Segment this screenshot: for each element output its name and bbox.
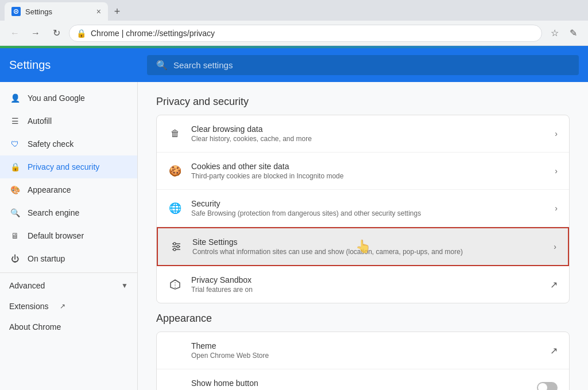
privacy-settings-card: 🗑 Clear browsing data Clear history, coo… <box>156 115 570 303</box>
sidebar-label-search-engine: Search engine <box>28 208 79 217</box>
privacy-icon: 🔒 <box>9 161 21 173</box>
sidebar-divider <box>0 272 137 273</box>
search-input[interactable] <box>173 60 570 70</box>
site-settings-item[interactable]: Site Settings Controls what information … <box>157 227 569 266</box>
main-panel: Privacy and security 🗑 Clear browsing da… <box>138 82 588 390</box>
site-settings-arrow: › <box>554 242 556 251</box>
security-arrow: › <box>555 204 558 213</box>
sidebar-label-appearance: Appearance <box>28 185 71 194</box>
privacy-sandbox-text: Privacy Sandbox Trial features are on <box>191 275 541 294</box>
shield-icon: 🛡 <box>9 138 21 150</box>
home-button-toggle[interactable] <box>537 382 558 390</box>
sidebar: 👤 You and Google ☰ Autofill 🛡 Safety che… <box>0 82 138 390</box>
sidebar-nav: 👤 You and Google ☰ Autofill 🛡 Safety che… <box>0 82 137 342</box>
clear-browsing-item[interactable]: 🗑 Clear browsing data Clear history, coo… <box>157 115 569 153</box>
tab-title: Settings <box>25 7 52 16</box>
toggle-knob <box>538 383 547 390</box>
theme-item[interactable]: Theme Open Chrome Web Store ↗ <box>157 332 569 369</box>
svg-point-1 <box>16 11 17 13</box>
privacy-sandbox-subtitle: Trial features are on <box>191 286 541 294</box>
settings-tab[interactable]: Settings × <box>5 2 108 21</box>
forward-button[interactable]: → <box>28 25 44 41</box>
sidebar-item-extensions[interactable]: Extensions ↗ <box>0 296 137 317</box>
sidebar-label-safety-check: Safety check <box>28 139 74 149</box>
expand-icon: ▼ <box>121 282 128 290</box>
sidebar-title-area: Settings <box>9 58 147 72</box>
privacy-sandbox-item[interactable]: Privacy Sandbox Trial features are on ↗ <box>157 266 569 303</box>
sidebar-item-search-engine[interactable]: 🔍 Search engine <box>0 201 137 224</box>
advanced-expandable[interactable]: Advanced ▼ <box>0 275 137 296</box>
appearance-section: Appearance Theme Open Chrome Web Store ↗ <box>156 313 570 390</box>
appearance-settings-card: Theme Open Chrome Web Store ↗ Show home … <box>156 332 570 390</box>
privacy-section: Privacy and security 🗑 Clear browsing da… <box>156 96 570 303</box>
sidebar-label-autofill: Autofill <box>28 116 52 126</box>
clear-browsing-arrow: › <box>555 129 558 138</box>
theme-ext-icon: ↗ <box>550 345 558 356</box>
svg-point-7 <box>173 248 176 251</box>
clear-browsing-text: Clear browsing data Clear history, cooki… <box>191 124 546 143</box>
sidebar-item-default-browser[interactable]: 🖥 Default browser <box>0 224 137 247</box>
site-settings-text: Site Settings Controls what information … <box>192 237 544 256</box>
settings-title: Settings <box>9 58 51 72</box>
url-prefix: Chrome | <box>91 29 126 38</box>
tab-favicon <box>11 7 21 16</box>
cookies-text: Cookies and other site data Third-party … <box>191 162 546 180</box>
sidebar-item-appearance[interactable]: 🎨 Appearance <box>0 178 137 201</box>
sidebar-item-on-startup[interactable]: ⏻ On startup <box>0 247 137 270</box>
edit-button[interactable]: ✎ <box>565 25 581 41</box>
search-icon: 🔍 <box>9 207 21 219</box>
star-button[interactable]: ☆ <box>547 25 563 41</box>
sandbox-icon <box>168 278 182 291</box>
sidebar-label-you-google: You and Google <box>28 93 85 103</box>
theme-text: Theme Open Chrome Web Store <box>168 341 541 360</box>
svg-point-6 <box>177 245 179 248</box>
sidebar-label-privacy-security: Privacy and security <box>28 162 99 171</box>
appearance-icon: 🎨 <box>9 184 21 196</box>
tab-close-button[interactable]: × <box>96 7 101 16</box>
lock-icon: 🔒 <box>76 29 86 38</box>
clear-browsing-subtitle: Clear history, cookies, cache, and more <box>191 135 546 143</box>
url-path: chrome://settings/privacy <box>126 29 215 38</box>
cookies-item[interactable]: 🍪 Cookies and other site data Third-part… <box>157 153 569 190</box>
appearance-section-title: Appearance <box>156 313 570 325</box>
advanced-label: Advanced <box>9 281 45 290</box>
nav-actions: ☆ ✎ <box>547 25 581 41</box>
home-button-text: Show home button Disabled <box>168 379 528 390</box>
address-bar[interactable]: 🔒 Chrome | chrome://settings/privacy <box>69 25 542 42</box>
site-settings-title: Site Settings <box>192 237 544 247</box>
about-chrome-label: About Chrome <box>9 322 61 332</box>
url-display: Chrome | chrome://settings/privacy <box>91 29 215 38</box>
cookies-title: Cookies and other site data <box>191 162 546 171</box>
sidebar-item-safety-check[interactable]: 🛡 Safety check <box>0 132 137 155</box>
privacy-sandbox-title: Privacy Sandbox <box>191 275 541 284</box>
cookie-icon: 🍪 <box>168 164 182 178</box>
external-link-icon: ↗ <box>60 302 65 310</box>
browser-icon: 🖥 <box>9 230 21 241</box>
search-bar-container: Settings 🔍 <box>0 48 588 82</box>
search-icon: 🔍 <box>156 60 168 71</box>
sidebar-label-on-startup: On startup <box>28 254 65 263</box>
sidebar-item-autofill[interactable]: ☰ Autofill <box>0 110 137 132</box>
home-button-item[interactable]: Show home button Disabled <box>157 369 569 390</box>
sidebar-item-you-google[interactable]: 👤 You and Google <box>0 87 137 110</box>
search-bar-wrap[interactable]: 🔍 <box>147 55 579 75</box>
security-subtitle: Safe Browsing (protection from dangerous… <box>191 209 546 217</box>
security-item[interactable]: 🌐 Security Safe Browsing (protection fro… <box>157 190 569 227</box>
cookies-arrow: › <box>555 166 558 176</box>
privacy-sandbox-ext-icon: ↗ <box>550 279 558 290</box>
nav-bar: ← → ↻ 🔒 Chrome | chrome://settings/priva… <box>0 21 588 46</box>
sidebar-item-privacy-security[interactable]: 🔒 Privacy and security <box>0 155 137 178</box>
content-area: 👤 You and Google ☰ Autofill 🛡 Safety che… <box>0 82 588 390</box>
security-title: Security <box>191 199 546 208</box>
tab-bar: Settings × + <box>0 0 588 21</box>
autofill-icon: ☰ <box>9 115 21 127</box>
security-text: Security Safe Browsing (protection from … <box>191 199 546 217</box>
home-button-title: Show home button <box>191 379 528 388</box>
person-icon: 👤 <box>9 92 21 104</box>
trash-icon: 🗑 <box>168 127 182 141</box>
refresh-button[interactable]: ↻ <box>48 25 64 41</box>
new-tab-button[interactable]: + <box>108 2 126 21</box>
sidebar-item-about-chrome[interactable]: About Chrome <box>0 317 137 337</box>
back-button[interactable]: ← <box>7 25 23 41</box>
sidebar-label-default-browser: Default browser <box>28 231 84 240</box>
